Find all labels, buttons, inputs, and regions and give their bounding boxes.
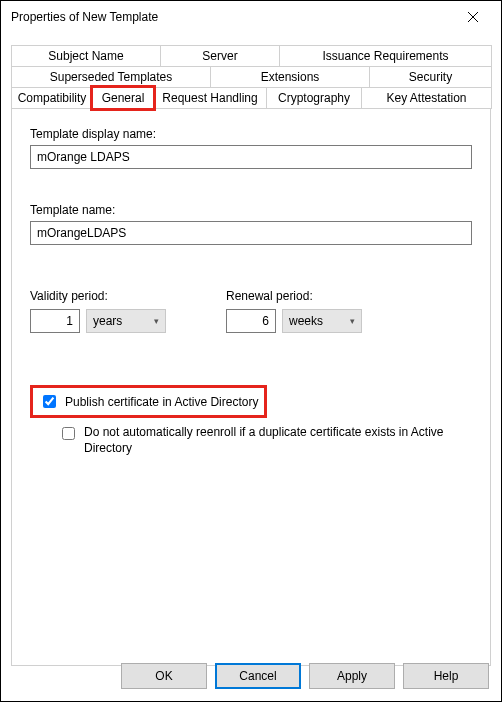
renewal-value-input[interactable] [226,309,276,333]
window-title: Properties of New Template [11,10,453,24]
reenroll-row: Do not automatically reenroll if a dupli… [58,424,472,456]
dialog-window: Properties of New Template Subject Name … [0,0,502,702]
tab-compatibility[interactable]: Compatibility [11,87,93,109]
cancel-button[interactable]: Cancel [215,663,301,689]
validity-label: Validity period: [30,289,166,303]
help-button[interactable]: Help [403,663,489,689]
display-name-input[interactable] [30,145,472,169]
tab-superseded-templates[interactable]: Superseded Templates [11,66,211,87]
tab-issuance-requirements[interactable]: Issuance Requirements [279,45,492,66]
reenroll-checkbox[interactable] [62,427,75,440]
template-name-label: Template name: [30,203,472,217]
validity-value-input[interactable] [30,309,80,333]
close-icon [467,11,479,23]
tab-row-1: Subject Name Server Issuance Requirement… [11,45,491,66]
tab-security[interactable]: Security [369,66,492,87]
ok-button[interactable]: OK [121,663,207,689]
publish-checkbox[interactable] [43,395,56,408]
tab-request-handling[interactable]: Request Handling [153,87,267,109]
tab-key-attestation[interactable]: Key Attestation [361,87,492,109]
validity-unit-value: years [93,314,122,328]
chevron-down-icon: ▾ [154,316,159,326]
titlebar: Properties of New Template [1,1,501,33]
periods-row: Validity period: years ▾ Renewal period:… [30,289,472,333]
renewal-unit-value: weeks [289,314,323,328]
renewal-label: Renewal period: [226,289,362,303]
tabs-container: Subject Name Server Issuance Requirement… [1,33,501,109]
dialog-buttons: OK Cancel Apply Help [121,663,489,689]
display-name-label: Template display name: [30,127,472,141]
chevron-down-icon: ▾ [350,316,355,326]
close-button[interactable] [453,3,493,31]
tab-subject-name[interactable]: Subject Name [11,45,161,66]
publish-highlight-box: Publish certificate in Active Directory [30,385,267,418]
tab-row-2: Superseded Templates Extensions Security [11,66,491,87]
tab-general[interactable]: General [92,87,154,109]
renewal-unit-dropdown[interactable]: weeks ▾ [282,309,362,333]
publish-label: Publish certificate in Active Directory [65,395,258,409]
reenroll-label: Do not automatically reenroll if a dupli… [84,424,472,456]
tab-extensions[interactable]: Extensions [210,66,370,87]
apply-button[interactable]: Apply [309,663,395,689]
tab-content: Template display name: Template name: Va… [11,108,491,666]
tab-cryptography[interactable]: Cryptography [266,87,362,109]
template-name-input[interactable] [30,221,472,245]
validity-unit-dropdown[interactable]: years ▾ [86,309,166,333]
tab-server[interactable]: Server [160,45,280,66]
tab-row-3: Compatibility General Request Handling C… [11,87,491,109]
